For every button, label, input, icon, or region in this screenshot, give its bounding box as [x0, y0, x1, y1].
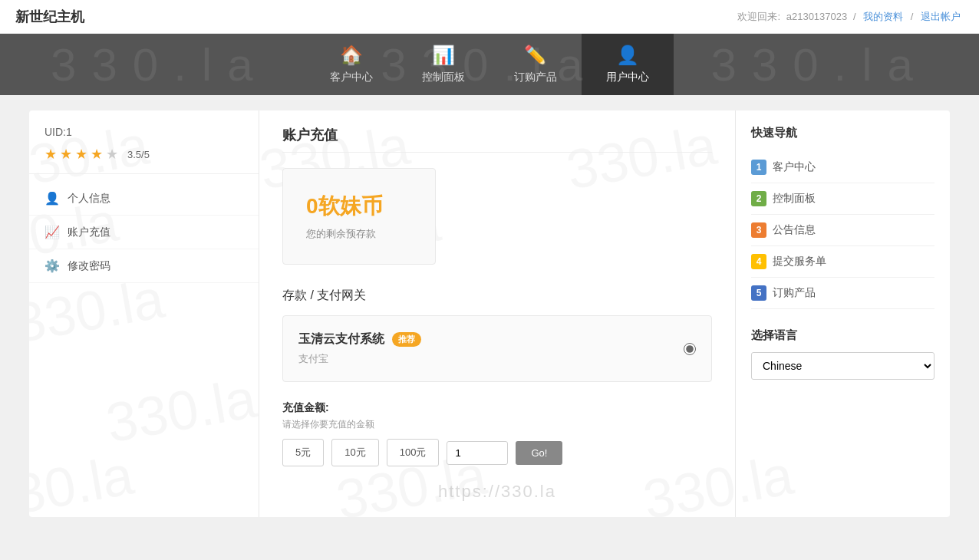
sidebar-uid: UID:1: [29, 126, 259, 146]
quick-nav-label-3: 公告信息: [773, 223, 816, 237]
sidebar-label-password: 修改密码: [68, 259, 110, 273]
user-icon: 👤: [616, 44, 639, 66]
payment-name: 玉清云支付系统 推荐: [298, 331, 421, 348]
payment-radio[interactable]: [684, 343, 696, 355]
nav-item-order[interactable]: ✏️ 订购产品: [490, 34, 582, 95]
right-sidebar: 快速导航 1 客户中心 2 控制面板 3 公告信息 4 提交服务单 5 订购产品…: [735, 110, 950, 517]
quick-nav-item-2[interactable]: 2 控制面板: [751, 183, 934, 215]
home-icon: 🏠: [340, 44, 363, 66]
sidebar-item-profile[interactable]: 👤 个人信息: [29, 182, 259, 216]
quick-nav-item-4[interactable]: 4 提交服务单: [751, 246, 934, 278]
site-logo: 新世纪主机: [15, 8, 84, 26]
balance-card: 0软妹币 您的剩余预存款: [282, 168, 436, 265]
my-account-link[interactable]: 我的资料: [863, 11, 903, 22]
nav-label-customer: 客户中心: [330, 71, 373, 84]
quick-nav-item-3[interactable]: 3 公告信息: [751, 215, 934, 246]
nav-num-2: 2: [751, 191, 766, 206]
top-bar: 新世纪主机 欢迎回来: a2130137023 / 我的资料 / 退出帐户: [0, 0, 979, 34]
go-button[interactable]: Go!: [516, 441, 562, 465]
nav-label-control: 控制面板: [422, 71, 465, 84]
sidebar: UID:1 ★ ★ ★ ★ ★ 3.5/5 👤 个人信息 📈 账户充值 ⚙️ 修…: [29, 110, 259, 517]
profile-icon: 👤: [44, 191, 60, 206]
top-bar-right: 欢迎回来: a2130137023 / 我的资料 / 退出帐户: [736, 10, 964, 24]
nav-item-customer[interactable]: 🏠 客户中心: [305, 34, 397, 95]
balance-label: 您的剩余预存款: [306, 227, 412, 241]
recharge-custom-input[interactable]: [447, 441, 508, 465]
separator2: /: [911, 11, 914, 22]
balance-amount: 0软妹币: [306, 192, 412, 221]
nav-num-1: 1: [751, 160, 766, 175]
sidebar-label-recharge: 账户充值: [68, 226, 110, 239]
recharge-icon: 📈: [44, 225, 60, 239]
star-5: ★: [106, 146, 118, 163]
sidebar-label-profile: 个人信息: [68, 192, 110, 206]
quick-nav-label-1: 客户中心: [773, 160, 816, 174]
main-container: 330.la 330.la 330.la 330.la 330.la 330.l…: [29, 110, 950, 517]
dashboard-icon: 📊: [432, 44, 455, 66]
recharge-section: 充值金额: 请选择你要充值的金额 5元 10元 100元 Go!: [282, 401, 712, 466]
edit-icon: ✏️: [524, 44, 547, 66]
payment-sub: 支付宝: [298, 352, 421, 366]
password-icon: ⚙️: [44, 259, 60, 273]
recharge-label: 充值金额:: [282, 401, 712, 415]
nav-item-control[interactable]: 📊 控制面板: [397, 34, 490, 95]
separator1: /: [853, 11, 856, 22]
badge-recommend: 推荐: [392, 332, 421, 347]
nav-num-4: 4: [751, 254, 766, 269]
deposit-section-title: 存款 / 支付网关: [282, 288, 712, 304]
quick-nav-label-5: 订购产品: [773, 286, 816, 300]
nav-num-5: 5: [751, 285, 766, 301]
star-4: ★: [91, 146, 103, 163]
lang-title: 选择语言: [751, 328, 934, 343]
nav-num-3: 3: [751, 222, 766, 238]
welcome-text: 欢迎回来:: [737, 11, 780, 22]
recharge-btn-5[interactable]: 5元: [282, 439, 324, 466]
sidebar-divider: [29, 173, 259, 174]
username: a2130137023: [786, 11, 848, 22]
recharge-btn-10[interactable]: 10元: [331, 439, 378, 466]
logout-link[interactable]: 退出帐户: [921, 11, 961, 22]
nav-label-user: 用户中心: [606, 71, 649, 84]
star-3: ★: [75, 146, 87, 163]
recharge-hint: 请选择你要充值的金额: [282, 418, 712, 431]
sidebar-item-recharge[interactable]: 📈 账户充值: [29, 216, 259, 249]
payment-box: 玉清云支付系统 推荐 支付宝: [282, 315, 712, 382]
star-2: ★: [60, 146, 72, 163]
content-area: 账户充值 0软妹币 您的剩余预存款 存款 / 支付网关 玉清云支付系统 推荐 支…: [259, 110, 735, 517]
quick-nav-item-5[interactable]: 5 订购产品: [751, 278, 934, 309]
star-score: 3.5/5: [127, 149, 150, 160]
payment-info: 玉清云支付系统 推荐 支付宝: [298, 331, 421, 366]
nav-bar: 330.la 330.la 330.la 🏠 客户中心 📊 控制面板 ✏️ 订购…: [0, 34, 979, 95]
sidebar-item-password[interactable]: ⚙️ 修改密码: [29, 249, 259, 283]
payment-row: 玉清云支付系统 推荐 支付宝: [298, 331, 696, 366]
page-title: 账户充值: [282, 126, 712, 153]
quick-nav-title: 快速导航: [751, 126, 934, 140]
quick-nav-label-2: 控制面板: [773, 192, 816, 206]
recharge-btn-100[interactable]: 100元: [387, 439, 440, 466]
sidebar-stars: ★ ★ ★ ★ ★ 3.5/5: [29, 146, 259, 166]
lang-section: 选择语言 Chinese English: [751, 328, 934, 380]
nav-label-order: 订购产品: [514, 71, 557, 84]
language-select[interactable]: Chinese English: [751, 352, 934, 380]
quick-nav-label-4: 提交服务单: [773, 255, 826, 268]
star-1: ★: [44, 146, 57, 163]
recharge-row: 5元 10元 100元 Go!: [282, 439, 712, 466]
nav-item-user[interactable]: 👤 用户中心: [582, 34, 674, 95]
watermark-url: https://330.la: [282, 482, 712, 502]
quick-nav-item-1[interactable]: 1 客户中心: [751, 152, 934, 183]
